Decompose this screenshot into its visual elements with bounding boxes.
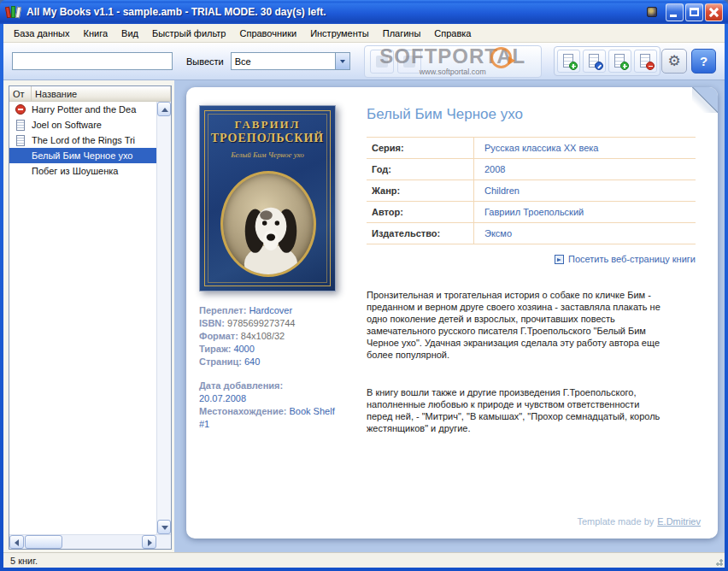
filter-combobox[interactable]: Все xyxy=(231,52,350,70)
add-author-button[interactable] xyxy=(608,50,631,73)
menu-item-tools[interactable]: Инструменты xyxy=(303,26,376,41)
weblink-row: Посетить веб-страницу книги xyxy=(367,254,696,266)
status-bar: 5 книг. xyxy=(3,552,725,568)
column-header-title[interactable]: Название xyxy=(32,86,171,102)
minimize-button[interactable] xyxy=(666,3,684,21)
cover-author-line1: ГАВРИИЛ xyxy=(200,118,335,132)
book-icon xyxy=(16,120,25,131)
credit-author-link[interactable]: E.Dmitriev xyxy=(657,516,701,527)
field-label: Год: xyxy=(367,159,474,180)
status-cell xyxy=(9,104,32,115)
menu-item-view[interactable]: Вид xyxy=(114,26,145,41)
card-columns: ГАВРИИЛ ТРОЕПОЛЬСКИЙ Белый Бим Черное ух… xyxy=(186,87,718,539)
credit-text: Template made by xyxy=(577,516,654,527)
table-row: Жанр: Children xyxy=(367,180,696,202)
info-value: 9785699273744 xyxy=(227,318,296,328)
location-label: Местонахождение: xyxy=(199,406,286,416)
search-input[interactable] xyxy=(12,52,173,70)
view-mode-button-2[interactable] xyxy=(397,50,421,74)
visit-webpage-link[interactable]: Посетить веб-страницу книги xyxy=(555,254,696,264)
add-book-button[interactable] xyxy=(557,50,580,73)
field-value-link[interactable]: 2008 xyxy=(474,159,696,180)
list-rows: Harry Potter and the Dea Joel on Softwar… xyxy=(9,102,156,534)
book-description-1: Пронзительная и трогательная история о с… xyxy=(367,289,664,361)
toolbar-view-group: SOFTPORTAL www.softportal.com xyxy=(364,45,542,78)
scroll-right-button[interactable] xyxy=(142,535,156,549)
template-credit: Template made byE.Dmitriev xyxy=(577,516,701,527)
window-title: All My Books v1.1 - sample.amb - TRIAL M… xyxy=(26,6,647,18)
table-row: Серия: Русская классика XX века xyxy=(367,138,696,159)
menu-item-references[interactable]: Справочники xyxy=(232,26,303,41)
info-line: Переплет:Hardcover xyxy=(199,304,338,317)
toolbar-right-group: ⚙ ? xyxy=(661,49,716,74)
scroll-left-button[interactable] xyxy=(9,535,24,549)
added-date-value: 20.07.2008 xyxy=(199,393,246,403)
info-line: Дата добавления: xyxy=(199,380,338,392)
app-window: All My Books v1.1 - sample.amb - TRIAL M… xyxy=(0,0,728,571)
table-row: Автор: Гавриил Троепольский xyxy=(367,202,696,223)
added-date-label: Дата добавления: xyxy=(199,380,283,391)
delete-book-button[interactable] xyxy=(634,50,657,73)
menu-item-help[interactable]: Справка xyxy=(427,26,478,41)
info-label: Переплет: xyxy=(199,305,246,315)
field-label: Издательство: xyxy=(367,223,474,244)
info-label: ISBN: xyxy=(199,318,225,328)
close-button[interactable] xyxy=(705,3,723,21)
field-value-link[interactable]: Гавриил Троепольский xyxy=(474,202,696,222)
trial-bell-icon xyxy=(647,7,657,17)
book-icon xyxy=(16,135,25,146)
maximize-button[interactable] xyxy=(685,3,703,21)
book-title: Harry Potter and the Dea xyxy=(32,104,156,115)
toolbar-book-actions xyxy=(554,46,660,76)
status-cell xyxy=(9,135,32,146)
menu-item-database[interactable]: База данных xyxy=(7,26,77,41)
menu-item-book[interactable]: Книга xyxy=(77,26,115,41)
scroll-thumb[interactable] xyxy=(25,535,62,549)
resize-grip[interactable] xyxy=(713,556,724,567)
scroll-track[interactable] xyxy=(157,116,171,520)
list-body: Harry Potter and the Dea Joel on Softwar… xyxy=(9,102,171,534)
info-value-link[interactable]: 640 xyxy=(244,356,260,367)
list-item[interactable]: Побег из Шоушенка xyxy=(9,163,156,179)
cover-author-line2: ТРОЕПОЛЬСКИЙ xyxy=(200,132,335,145)
settings-button[interactable]: ⚙ xyxy=(661,49,687,74)
list-item[interactable]: Joel on Software xyxy=(9,117,156,132)
column-header-mark[interactable]: От xyxy=(9,86,32,102)
chevron-down-icon[interactable] xyxy=(335,53,349,69)
filter-label: Вывести xyxy=(186,56,224,67)
book-info-list: Переплет:Hardcover ISBN:9785699273744 Фо… xyxy=(199,304,338,431)
list-item-selected[interactable]: Белый Бим Черное ухо xyxy=(9,148,156,163)
toolbar: Вывести Все SOFTPORTAL www.softportal.co… xyxy=(3,43,725,80)
list-item[interactable]: Harry Potter and the Dea xyxy=(9,102,156,117)
vertical-scrollbar[interactable] xyxy=(156,102,171,534)
list-item[interactable]: The Lord of the Rings Tri xyxy=(9,132,156,148)
info-label: Страниц: xyxy=(199,356,242,367)
scroll-up-button[interactable] xyxy=(157,102,171,116)
edit-book-button[interactable] xyxy=(583,50,606,73)
add-plus-icon xyxy=(569,62,578,70)
horizontal-scrollbar[interactable] xyxy=(9,534,171,549)
cover-column: ГАВРИИЛ ТРОЕПОЛЬСКИЙ Белый Бим Черное ух… xyxy=(199,105,338,525)
field-value-link[interactable]: Русская классика XX века xyxy=(474,138,696,158)
menu-item-plugins[interactable]: Плагины xyxy=(376,26,428,41)
book-title: Joel on Software xyxy=(32,120,156,130)
cover-subtitle: Белый Бим Черное ухо xyxy=(200,150,335,159)
gear-icon: ⚙ xyxy=(667,52,680,70)
menu-item-quick-filter[interactable]: Быстрый фильтр xyxy=(145,26,233,41)
info-line: Формат:84x108/32 xyxy=(199,330,338,343)
field-label: Серия: xyxy=(367,138,474,158)
external-link-icon xyxy=(555,255,564,264)
book-list: От Название Harry Potter and the Dea Joe… xyxy=(9,85,172,550)
info-line: 20.07.2008 xyxy=(199,392,338,405)
info-value-link[interactable]: 4000 xyxy=(233,344,254,354)
titlebar: All My Books v1.1 - sample.amb - TRIAL M… xyxy=(0,0,728,24)
book-cover-image: ГАВРИИЛ ТРОЕПОЛЬСКИЙ Белый Бим Черное ух… xyxy=(199,105,336,291)
view-mode-button-1[interactable] xyxy=(370,50,394,74)
info-value-link[interactable]: Hardcover xyxy=(249,305,292,315)
help-button[interactable]: ? xyxy=(691,49,716,74)
info-label: Формат: xyxy=(199,331,238,341)
scroll-track[interactable] xyxy=(63,535,142,549)
field-value-link[interactable]: Эксмо xyxy=(474,223,696,244)
field-value-link[interactable]: Children xyxy=(474,180,696,201)
scroll-down-button[interactable] xyxy=(157,520,171,534)
